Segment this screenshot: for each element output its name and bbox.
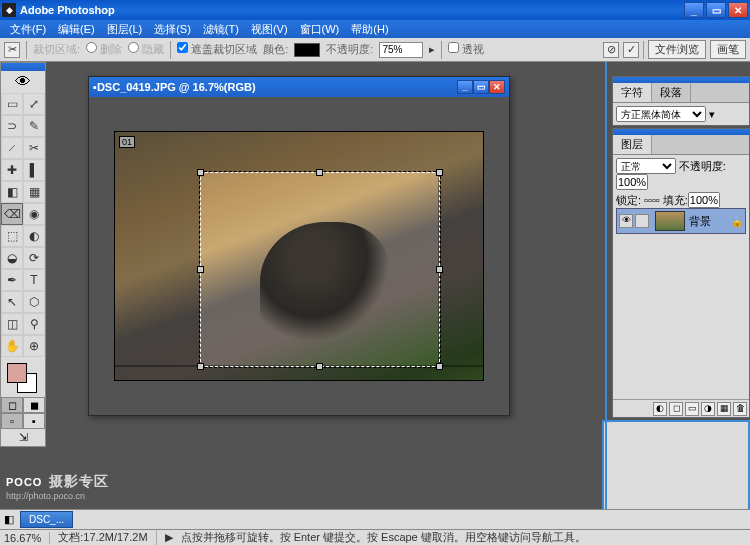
crop-handle-tr[interactable] xyxy=(436,169,443,176)
tool-6[interactable]: ✚ xyxy=(1,159,23,181)
visibility-icon[interactable]: 👁 xyxy=(619,214,633,228)
toolbox: 👁 ▭⤢⊃✎⟋✂✚▌◧▦⌫◉⬚◐◒⟳✒T↖⬡◫⚲✋⊕ ◻◼ ▫▪ ⇲ xyxy=(0,62,46,447)
foreground-color[interactable] xyxy=(7,363,27,383)
crop-handle-tl[interactable] xyxy=(197,169,204,176)
menu-view[interactable]: 视图(V) xyxy=(245,22,294,37)
tool-17[interactable]: T xyxy=(23,269,45,291)
layers-tab[interactable]: 图层 xyxy=(613,135,652,154)
tool-21[interactable]: ⚲ xyxy=(23,313,45,335)
zoom-level[interactable]: 16.67% xyxy=(4,532,50,544)
status-arrow-icon[interactable]: ▶ xyxy=(165,531,173,544)
shield-color-swatch[interactable] xyxy=(294,43,320,57)
cancel-icon[interactable]: ⊘ xyxy=(603,42,619,58)
menu-file[interactable]: 文件(F) xyxy=(4,22,52,37)
layer-thumbnail[interactable] xyxy=(655,211,685,231)
tool-4[interactable]: ⟋ xyxy=(1,137,23,159)
tool-7[interactable]: ▌ xyxy=(23,159,45,181)
crop-handle-mr[interactable] xyxy=(436,266,443,273)
img-minimize-button[interactable]: _ xyxy=(457,80,473,94)
font-select[interactable]: 方正黑体简体 xyxy=(616,106,706,122)
blend-mode-select[interactable]: 正常 xyxy=(616,158,676,174)
crop-handle-bl[interactable] xyxy=(197,363,204,370)
img-close-button[interactable]: ✕ xyxy=(489,80,505,94)
tool-9[interactable]: ▦ xyxy=(23,181,45,203)
tool-11[interactable]: ◉ xyxy=(23,203,45,225)
menu-edit[interactable]: 编辑(E) xyxy=(52,22,101,37)
close-button[interactable]: ✕ xyxy=(728,2,748,18)
panels-dock: 字符 段落 方正黑体简体 ▾ 图层 正常 不透明度: 锁定: ▫▫▫▫ 填充: … xyxy=(612,76,750,420)
link-icon[interactable] xyxy=(635,214,649,228)
minimize-button[interactable]: _ xyxy=(684,2,704,18)
tool-13[interactable]: ◐ xyxy=(23,225,45,247)
new-layer-icon[interactable]: ▦ xyxy=(717,402,731,416)
tool-1[interactable]: ⤢ xyxy=(23,93,45,115)
layer-mask-icon[interactable]: ◻ xyxy=(669,402,683,416)
adobe-eye-icon: 👁 xyxy=(15,73,31,91)
tool-16[interactable]: ✒ xyxy=(1,269,23,291)
jump-to-icon[interactable]: ⇲ xyxy=(1,429,45,446)
watermark: POCO 摄影专区 http://photo.poco.cn xyxy=(6,468,109,501)
tool-23[interactable]: ⊕ xyxy=(23,335,45,357)
menu-window[interactable]: 窗口(W) xyxy=(294,22,346,37)
image-titlebar[interactable]: ▪ DSC_0419.JPG @ 16.7%(RGB) _ ▭ ✕ xyxy=(89,77,509,97)
layer-row-background[interactable]: 👁 背景 🔒 xyxy=(616,208,746,234)
delete-radio[interactable] xyxy=(86,42,97,53)
tool-5[interactable]: ✂ xyxy=(23,137,45,159)
menu-select[interactable]: 选择(S) xyxy=(148,22,197,37)
window-controls: _ ▭ ✕ xyxy=(684,2,748,18)
tool-10[interactable]: ⌫ xyxy=(1,203,23,225)
menu-help[interactable]: 帮助(H) xyxy=(345,22,394,37)
crop-handle-ml[interactable] xyxy=(197,266,204,273)
tool-0[interactable]: ▭ xyxy=(1,93,23,115)
tool-8[interactable]: ◧ xyxy=(1,181,23,203)
commit-icon[interactable]: ✓ xyxy=(623,42,639,58)
font-style-dropdown[interactable]: ▾ xyxy=(709,108,715,120)
new-set-icon[interactable]: ▭ xyxy=(685,402,699,416)
char-tab[interactable]: 字符 xyxy=(613,83,652,102)
crop-handle-tm[interactable] xyxy=(316,169,323,176)
crop-handle-bm[interactable] xyxy=(316,363,323,370)
tool-2[interactable]: ⊃ xyxy=(1,115,23,137)
tool-15[interactable]: ⟳ xyxy=(23,247,45,269)
doc-handle-icon[interactable]: ◧ xyxy=(0,513,18,526)
shield-checkbox[interactable] xyxy=(177,42,188,53)
adjustment-icon[interactable]: ◑ xyxy=(701,402,715,416)
screen-mode-1[interactable]: ▫ xyxy=(1,413,23,429)
tool-20[interactable]: ◫ xyxy=(1,313,23,335)
crop-marquee[interactable] xyxy=(200,172,440,367)
tool-14[interactable]: ◒ xyxy=(1,247,23,269)
file-browser-tab[interactable]: 文件浏览 xyxy=(648,40,706,59)
opacity-label: 不透明度: xyxy=(326,42,373,57)
perspective-checkbox[interactable] xyxy=(448,42,459,53)
menu-layer[interactable]: 图层(L) xyxy=(101,22,148,37)
tool-22[interactable]: ✋ xyxy=(1,335,23,357)
screen-mode-2[interactable]: ▪ xyxy=(23,413,45,429)
brush-tab[interactable]: 画笔 xyxy=(710,40,746,59)
tool-12[interactable]: ⬚ xyxy=(1,225,23,247)
standard-mode[interactable]: ◻ xyxy=(1,397,23,413)
quickmask-mode[interactable]: ◼ xyxy=(23,397,45,413)
canvas-area[interactable]: 01 xyxy=(89,97,509,415)
crop-tool-icon: ✂ xyxy=(4,42,20,58)
hide-radio[interactable] xyxy=(128,42,139,53)
layers-panel: 图层 正常 不透明度: 锁定: ▫▫▫▫ 填充: 👁 背景 🔒 ◐ ◻ ▭ ◑ … xyxy=(612,128,750,418)
crop-handle-br[interactable] xyxy=(436,363,443,370)
fill-input[interactable] xyxy=(688,192,720,208)
para-tab[interactable]: 段落 xyxy=(652,83,691,102)
tool-19[interactable]: ⬡ xyxy=(23,291,45,313)
delete-layer-icon[interactable]: 🗑 xyxy=(733,402,747,416)
tool-18[interactable]: ↖ xyxy=(1,291,23,313)
image-title: DSC_0419.JPG @ 16.7%(RGB) xyxy=(97,81,457,93)
layer-opacity-input[interactable] xyxy=(616,174,648,190)
layer-style-icon[interactable]: ◐ xyxy=(653,402,667,416)
app-titlebar: ◆ Adobe Photoshop _ ▭ ✕ xyxy=(0,0,750,20)
tool-3[interactable]: ✎ xyxy=(23,115,45,137)
color-swatches[interactable] xyxy=(1,357,45,397)
img-maximize-button[interactable]: ▭ xyxy=(473,80,489,94)
character-panel: 字符 段落 方正黑体简体 ▾ xyxy=(612,76,750,126)
opacity-dropdown-icon[interactable]: ▸ xyxy=(429,43,435,56)
opacity-input[interactable] xyxy=(379,42,423,58)
menu-filter[interactable]: 滤镜(T) xyxy=(197,22,245,37)
document-tab[interactable]: DSC_... xyxy=(20,511,73,528)
maximize-button[interactable]: ▭ xyxy=(706,2,726,18)
